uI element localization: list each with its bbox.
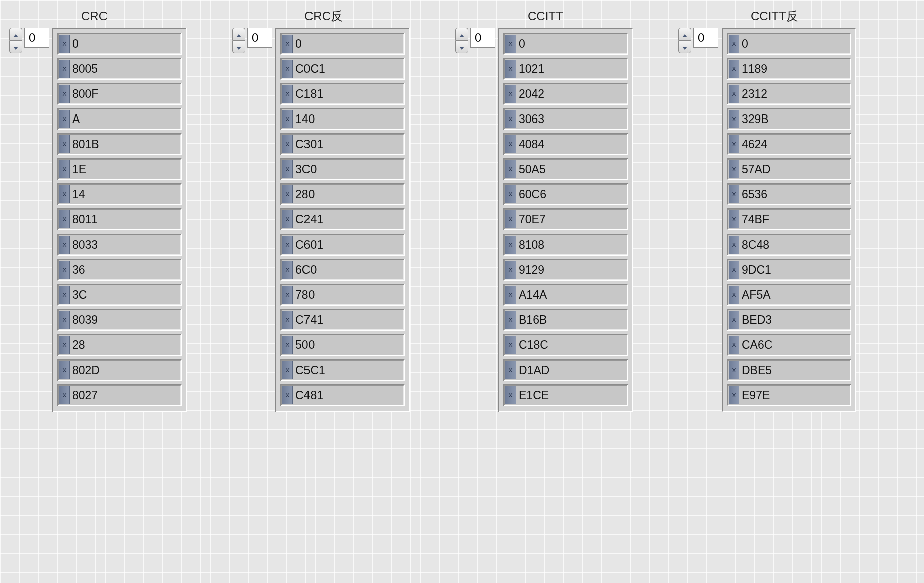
array-cell[interactable]: x9DC1	[727, 259, 851, 281]
array-cell[interactable]: x4084	[503, 133, 628, 155]
array-cell[interactable]: x9129	[503, 259, 628, 281]
array-cell[interactable]: x800F	[57, 83, 182, 105]
array-cell[interactable]: x8039	[57, 309, 182, 331]
array-cell[interactable]: xAF5A	[727, 284, 851, 306]
hex-radix-icon: x	[729, 336, 739, 354]
hex-radix-icon: x	[729, 286, 739, 304]
array-cell[interactable]: x500	[280, 334, 405, 356]
hex-radix-icon: x	[282, 386, 293, 404]
array-cell[interactable]: xD1AD	[503, 359, 628, 381]
index-spinner-crc-rev[interactable]: 0	[232, 28, 272, 48]
index-spinner-ccitt[interactable]: 0	[455, 28, 495, 48]
index-spinner-crc[interactable]: 0	[9, 28, 49, 48]
array-cell[interactable]: x74BF	[727, 208, 851, 230]
spinner-down-button[interactable]	[9, 40, 22, 53]
array-cell[interactable]: x8033	[57, 234, 182, 256]
array-cell[interactable]: x8108	[503, 234, 628, 256]
array-cell[interactable]: x801B	[57, 133, 182, 155]
array-cell[interactable]: x3C	[57, 284, 182, 306]
array-cell[interactable]: xA	[57, 108, 182, 130]
array-cell[interactable]: xE1CE	[503, 384, 628, 406]
spinner-down-button[interactable]	[678, 40, 691, 53]
array-cell[interactable]: x329B	[727, 108, 851, 130]
spinner-up-button[interactable]	[9, 28, 22, 40]
array-cell[interactable]: xC5C1	[280, 359, 405, 381]
array-cell[interactable]: x1189	[727, 58, 851, 80]
array-cell[interactable]: xBED3	[727, 309, 851, 331]
array-cell[interactable]: x8011	[57, 208, 182, 230]
array-cell[interactable]: xB16B	[503, 309, 628, 331]
cell-value: C0C1	[295, 62, 325, 76]
index-spinner-ccitt-rev[interactable]: 0	[678, 28, 718, 48]
array-cell[interactable]: x0	[57, 33, 182, 55]
array-cell[interactable]: xCA6C	[727, 334, 851, 356]
cell-value: 9DC1	[742, 263, 771, 277]
array-cell[interactable]: x36	[57, 259, 182, 281]
index-value[interactable]: 0	[693, 28, 718, 48]
cell-value: 780	[295, 288, 315, 302]
array-cell[interactable]: x70E7	[503, 208, 628, 230]
index-value[interactable]: 0	[470, 28, 495, 48]
hex-radix-icon: x	[282, 60, 293, 78]
array-cell[interactable]: x28	[57, 334, 182, 356]
array-cell[interactable]: x280	[280, 183, 405, 205]
spinner-up-button[interactable]	[678, 28, 691, 40]
cell-value: 280	[295, 188, 315, 201]
array-cell[interactable]: x6536	[727, 183, 851, 205]
hex-radix-icon: x	[282, 261, 293, 279]
array-cell[interactable]: x8005	[57, 58, 182, 80]
array-cell[interactable]: xC181	[280, 83, 405, 105]
array-cell[interactable]: xDBE5	[727, 359, 851, 381]
array-cell[interactable]: x4624	[727, 133, 851, 155]
spinner-up-button[interactable]	[455, 28, 468, 40]
array-cell[interactable]: xC741	[280, 309, 405, 331]
hex-radix-icon: x	[59, 261, 70, 279]
index-value[interactable]: 0	[247, 28, 272, 48]
array-cell[interactable]: x8C48	[727, 234, 851, 256]
array-cell[interactable]: x1E	[57, 158, 182, 180]
array-cell[interactable]: x6C0	[280, 259, 405, 281]
spinner-down-button[interactable]	[455, 40, 468, 53]
hex-radix-icon: x	[59, 60, 70, 78]
array-cell[interactable]: xA14A	[503, 284, 628, 306]
array-cell[interactable]: xC18C	[503, 334, 628, 356]
array-cell[interactable]: x2042	[503, 83, 628, 105]
cell-value: 8039	[72, 313, 98, 327]
array-cell[interactable]: x8027	[57, 384, 182, 406]
array-cell[interactable]: xC481	[280, 384, 405, 406]
cell-value: C481	[295, 389, 323, 402]
array-cell[interactable]: x780	[280, 284, 405, 306]
index-value[interactable]: 0	[24, 28, 49, 48]
array-cell[interactable]: x0	[280, 33, 405, 55]
hex-radix-icon: x	[282, 35, 293, 53]
hex-radix-icon: x	[282, 286, 293, 304]
array-cell[interactable]: x140	[280, 108, 405, 130]
array-cell[interactable]: x3063	[503, 108, 628, 130]
spinner-up-button[interactable]	[232, 28, 245, 40]
cell-value: 2042	[519, 87, 544, 101]
array-cell[interactable]: xC241	[280, 208, 405, 230]
array-cell[interactable]: x802D	[57, 359, 182, 381]
array-cell[interactable]: xC301	[280, 133, 405, 155]
cell-value: C301	[295, 138, 323, 151]
array-cell[interactable]: x3C0	[280, 158, 405, 180]
hex-radix-icon: x	[729, 35, 739, 53]
hex-radix-icon: x	[505, 386, 516, 404]
array-cell[interactable]: x0	[727, 33, 851, 55]
cell-value: 8033	[72, 238, 98, 252]
array-cell[interactable]: x2312	[727, 83, 851, 105]
array-cell[interactable]: xE97E	[727, 384, 851, 406]
array-cell[interactable]: x57AD	[727, 158, 851, 180]
cell-value: D1AD	[519, 364, 549, 377]
array-cell[interactable]: x0	[503, 33, 628, 55]
hex-radix-icon: x	[729, 110, 739, 128]
array-cell[interactable]: x1021	[503, 58, 628, 80]
array-cell[interactable]: xC601	[280, 234, 405, 256]
array-cell[interactable]: x50A5	[503, 158, 628, 180]
array-cell[interactable]: x60C6	[503, 183, 628, 205]
spinner-down-button[interactable]	[232, 40, 245, 53]
array-cell[interactable]: xC0C1	[280, 58, 405, 80]
array-indicator-crc: CRC 0 x0 x8005 x800F xA x801B x1E x14 x8…	[9, 8, 187, 412]
cell-value: 8027	[72, 389, 98, 402]
array-cell[interactable]: x14	[57, 183, 182, 205]
